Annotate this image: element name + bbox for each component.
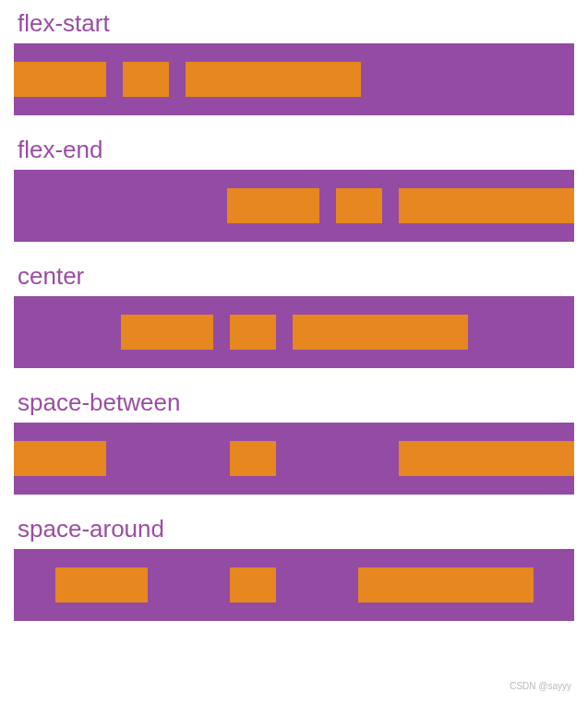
- label-space-around: space-around: [18, 515, 574, 543]
- flex-item: [399, 441, 574, 476]
- flex-item: [336, 188, 382, 223]
- section-space-between: space-between: [14, 388, 574, 495]
- flex-item: [358, 567, 534, 603]
- flex-item: [399, 188, 574, 223]
- container-space-between: [14, 423, 574, 495]
- container-space-around: [14, 549, 574, 621]
- section-center: center: [14, 262, 574, 368]
- flex-item: [230, 315, 276, 350]
- section-space-around: space-around: [14, 515, 574, 621]
- label-center: center: [18, 262, 574, 291]
- flex-item: [123, 62, 169, 97]
- container-flex-start: [14, 43, 574, 115]
- section-flex-start: flex-start: [14, 9, 574, 115]
- label-flex-start: flex-start: [18, 9, 574, 38]
- flex-item: [230, 441, 276, 476]
- flex-item: [186, 62, 361, 97]
- flex-item: [55, 567, 148, 603]
- flex-item: [121, 315, 213, 350]
- watermark: CSDN @sayyy: [510, 681, 571, 691]
- flex-item: [227, 188, 319, 223]
- label-space-between: space-between: [18, 388, 574, 417]
- container-flex-end: [14, 170, 574, 242]
- flex-item: [230, 567, 276, 603]
- flex-item: [14, 62, 106, 97]
- section-flex-end: flex-end: [14, 136, 574, 242]
- label-flex-end: flex-end: [18, 136, 574, 164]
- flex-item: [14, 441, 106, 476]
- container-center: [14, 296, 574, 368]
- flex-item: [293, 315, 468, 350]
